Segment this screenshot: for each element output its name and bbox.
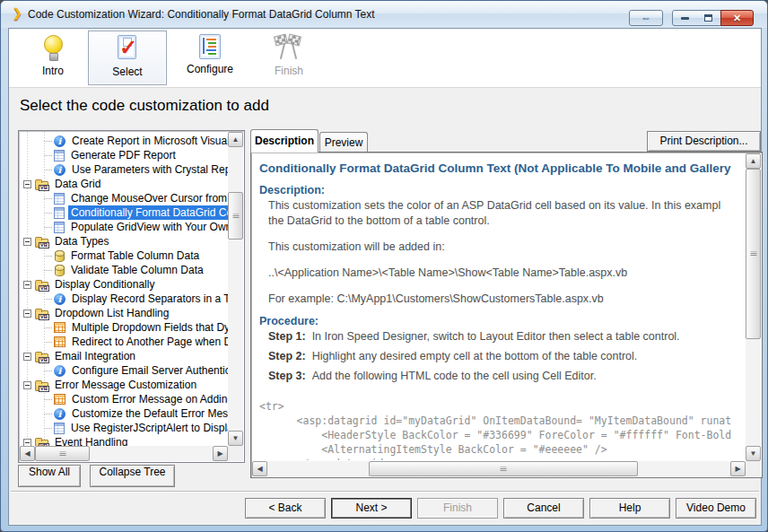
tree-item[interactable]: VBData Types [20,234,228,249]
tree-item-label: Populate GridView with Your Own D [68,220,228,234]
tab-preview[interactable]: Preview [319,132,368,153]
tree-item[interactable]: Populate GridView with Your Own D [20,220,228,234]
resize-button[interactable]: ⇔ [629,10,663,26]
maximize-icon [704,14,712,22]
description-content: Conditionally Format DataGrid Column Tex… [253,154,745,460]
step-configure[interactable]: Configure [172,31,248,85]
description-text: This customization will be added in: [259,240,745,255]
step-finish: Finish [253,31,325,85]
show-all-button[interactable]: Show All [18,465,81,487]
tree-horizontal-scrollbar[interactable]: ◀ ▶ [20,446,228,461]
description-text: the DataGrid to the bottom of a table co… [259,214,745,229]
app-icon: ❯ [13,6,22,20]
titlebar[interactable]: ❯ Code Customization Wizard: Conditional… [1,1,767,28]
collapse-expander-icon[interactable] [23,381,31,389]
db-icon [55,250,65,262]
section-heading: Procedure: [259,315,745,327]
scroll-left-icon[interactable]: ◀ [20,446,35,461]
cancel-button[interactable]: Cancel [503,498,584,519]
back-button[interactable]: < Back [245,498,326,519]
tree-connector [44,227,52,228]
scroll-right-icon[interactable]: ▶ [213,446,228,461]
tree-item[interactable]: Change MouseOver Cursor from Arro [20,191,228,205]
collapse-expander-icon[interactable] [23,180,31,188]
tree-item[interactable]: Customize the Default Error Message [20,406,228,421]
tree-item[interactable]: VBEmail Integration [20,349,228,363]
folder-vb-icon: VB [35,382,48,391]
tree-item[interactable]: VBError Message Customization [20,378,228,392]
help-button[interactable]: Help [589,498,670,519]
scroll-down-icon[interactable]: ▼ [746,446,761,461]
step-intro[interactable]: Intro [22,31,84,85]
scroll-up-icon[interactable]: ▲ [228,132,243,147]
step-select[interactable]: ✓ Select [88,31,167,85]
collapse-expander-icon[interactable] [23,353,31,361]
collapse-expander-icon[interactable] [23,310,31,318]
db-icon [55,265,65,276]
next-button[interactable]: Next > [331,498,412,519]
tree-item-label: Display Record Separators in a Tabl [69,292,228,306]
grid-icon [54,322,65,333]
print-description-button[interactable]: Print Description... [647,131,761,152]
step-label: Intro [42,65,64,77]
folder-vb-icon: VB [35,181,48,190]
tree-item[interactable]: VBDisplay Conditionally [20,277,228,292]
tree-item[interactable]: VBDropdown List Handling [20,306,228,320]
description-vertical-scrollbar[interactable]: ▲ ▼ [746,153,761,461]
info-icon [54,135,65,147]
tree-item[interactable]: Validate Table Column Data [20,263,228,277]
collapse-expander-icon[interactable] [23,238,31,246]
scrollbar-thumb[interactable] [746,169,761,339]
scroll-left-icon[interactable]: ◀ [252,461,267,476]
scroll-down-icon[interactable]: ▼ [228,431,243,446]
tree-connector [44,198,52,199]
minimize-button[interactable] [672,10,697,26]
tree-item[interactable]: Custom Error Message on Adding Re [20,392,228,406]
maximize-button[interactable] [696,10,721,26]
tab-description[interactable]: Description [250,129,319,153]
video-demo-button[interactable]: Video Demo [676,498,756,519]
wizard-window: ❯ Code Customization Wizard: Conditional… [0,0,768,532]
scrollbar-thumb[interactable] [369,461,638,476]
scroll-up-icon[interactable]: ▲ [746,153,761,169]
tree-item[interactable]: Redirect to Another Page when Drop [20,335,228,349]
tree-connector [44,270,52,271]
tree-connector [44,342,52,343]
tree-connector [44,428,52,429]
grid-icon [54,336,65,347]
tree-item[interactable]: Display Record Separators in a Tabl [20,292,228,306]
tree-item[interactable]: Use RegisterJScriptAlert to Display M [20,421,228,435]
client-area: Intro ✓ Select Configure Finish [8,28,762,526]
tree-connector [44,299,52,300]
tree-item[interactable]: Conditionally Format DataGrid Colum [20,205,228,220]
tree-item[interactable]: Generate PDF Report [20,148,228,162]
collapse-expander-icon[interactable] [23,439,31,447]
close-button[interactable]: ✕ [720,10,754,26]
tree-item-label: Redirect to Another Page when Drop [69,335,228,349]
tree-item[interactable]: Configure Email Server Authenticatio [20,363,228,378]
step-label: Configure [187,63,233,75]
collapse-tree-button[interactable]: Collapse Tree [90,465,175,487]
folder-vb-icon: VB [35,353,48,362]
description-horizontal-scrollbar[interactable]: ◀ ▶ [252,461,746,476]
tree-item[interactable]: VBEvent Handling [20,435,228,446]
tree-item[interactable]: Create Report in Microsoft Visual Stu [20,134,228,148]
tree-item[interactable]: Format Table Column Data [20,249,228,263]
tree-item-label: Conditionally Format DataGrid Colum [68,205,228,220]
tree-item[interactable]: Multiple Dropdown Fields that Dynam [20,320,228,335]
tree-vertical-scrollbar[interactable]: ▲ ▼ [228,132,243,446]
tree-connector [44,155,52,156]
scrollbar-thumb[interactable] [35,446,90,461]
info-icon [54,408,65,420]
tree-item[interactable]: Use Parameters with Crystal Reports [20,162,228,177]
scroll-right-icon[interactable]: ▶ [730,461,746,476]
spacer [259,255,745,266]
tree-connector [44,414,52,414]
procedure-step: Step 3: Add the following HTML code to t… [259,369,745,384]
collapse-expander-icon[interactable] [23,281,31,289]
tree-item-label: Customize the Default Error Message [69,406,228,421]
tree-item[interactable]: VBData Grid [20,177,228,191]
info-icon [54,164,65,176]
scrollbar-thumb[interactable] [228,192,243,240]
finish-button: Finish [417,498,498,519]
